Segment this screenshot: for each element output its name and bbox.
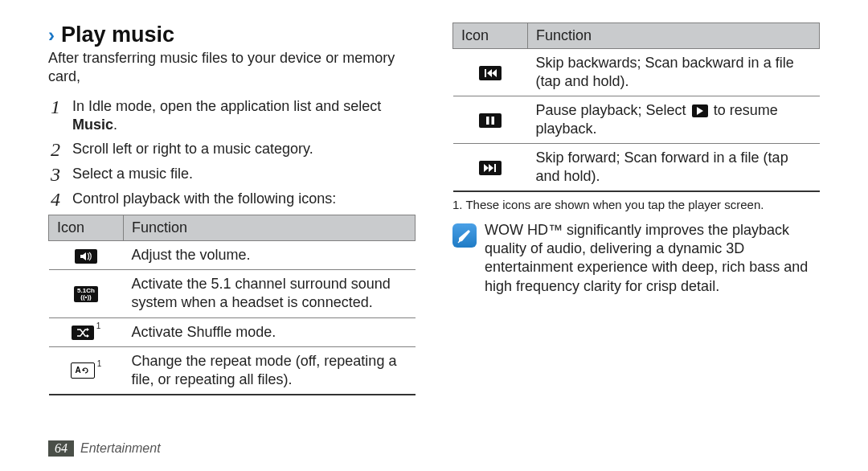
step-text: Scroll left or right to a music category… xyxy=(72,140,416,160)
surround-5-1-icon: 5.1Ch((•)) xyxy=(74,286,98,302)
step-number: 1 xyxy=(48,97,63,135)
intro-text: After transferring music files to your d… xyxy=(48,49,416,86)
step-text: Control playback with the following icon… xyxy=(72,190,416,210)
note-callout: WOW HD™ significantly improves the playb… xyxy=(452,221,820,297)
note-icon xyxy=(452,223,477,248)
page-footer: 64 Entertainment xyxy=(48,440,161,457)
function-cell: Adjust the volume. xyxy=(124,241,416,270)
footnote-ref: 1 xyxy=(97,359,102,368)
svg-rect-0 xyxy=(485,69,486,77)
svg-rect-3 xyxy=(494,164,496,172)
step-number: 2 xyxy=(48,140,63,160)
volume-icon xyxy=(75,249,97,264)
table-row: Pause playback; Select to resume playbac… xyxy=(453,96,820,144)
pause-icon xyxy=(479,113,502,128)
table-row: 5.1Ch((•)) Activate the 5.1 channel surr… xyxy=(49,270,416,317)
footnote-ref: 1 xyxy=(96,322,101,330)
table-row: A1 Change the repeat mode (off, repeatin… xyxy=(49,346,416,395)
function-cell: Change the repeat mode (off, repeating a… xyxy=(124,346,416,395)
step-item: 1 In Idle mode, open the application lis… xyxy=(48,97,416,135)
step-text: Select a music file. xyxy=(72,165,416,185)
function-cell: Pause playback; Select to resume playbac… xyxy=(528,96,820,144)
table-row: Skip forward; Scan forward in a file (ta… xyxy=(453,144,820,192)
step-item: 2 Scroll left or right to a music catego… xyxy=(48,140,416,160)
left-column: › Play music After transferring music fi… xyxy=(48,23,416,395)
svg-rect-1 xyxy=(486,117,489,125)
step-number: 3 xyxy=(48,165,63,185)
footer-section-label: Entertainment xyxy=(80,441,161,456)
function-cell: Activate the 5.1 channel surround sound … xyxy=(124,270,416,317)
steps-list: 1 In Idle mode, open the application lis… xyxy=(48,97,416,210)
icon-function-table-2: Icon Function Skip backwards; Scan backw… xyxy=(452,23,820,192)
right-column: Icon Function Skip backwards; Scan backw… xyxy=(452,23,820,395)
shuffle-icon xyxy=(72,326,94,340)
col-header-icon: Icon xyxy=(453,23,528,49)
section-title: Play music xyxy=(61,23,174,47)
chevron-right-icon: › xyxy=(48,26,55,45)
table-row: Adjust the volume. xyxy=(49,241,416,270)
skip-forward-icon xyxy=(479,161,502,175)
icon-function-table-1: Icon Function Adjust the volume. 5.1Ch((… xyxy=(48,215,416,395)
step-item: 4 Control playback with the following ic… xyxy=(48,190,416,210)
col-header-function: Function xyxy=(124,215,416,241)
skip-backward-icon xyxy=(479,66,502,80)
footnote-text: 1. These icons are shown when you tap th… xyxy=(452,197,820,213)
function-cell: Skip forward; Scan forward in a file (ta… xyxy=(528,144,820,192)
step-number: 4 xyxy=(48,190,63,210)
svg-rect-2 xyxy=(492,117,495,125)
manual-page: › Play music After transferring music fi… xyxy=(0,0,868,428)
play-icon xyxy=(692,104,708,117)
col-header-icon: Icon xyxy=(49,215,124,241)
repeat-icon: A xyxy=(71,362,95,379)
function-cell: Skip backwards; Scan backward in a file … xyxy=(528,49,820,96)
table-row: Skip backwards; Scan backward in a file … xyxy=(453,49,820,96)
page-number: 64 xyxy=(48,440,74,457)
note-text: WOW HD™ significantly improves the playb… xyxy=(485,221,820,297)
col-header-function: Function xyxy=(528,23,820,49)
table-row: 1 Activate Shuffle mode. xyxy=(49,317,416,346)
function-cell: Activate Shuffle mode. xyxy=(124,317,416,346)
heading-row: › Play music xyxy=(48,23,416,47)
table-header-row: Icon Function xyxy=(453,23,820,49)
step-text: In Idle mode, open the application list … xyxy=(72,97,416,135)
table-header-row: Icon Function xyxy=(49,215,416,241)
step-item: 3 Select a music file. xyxy=(48,165,416,185)
